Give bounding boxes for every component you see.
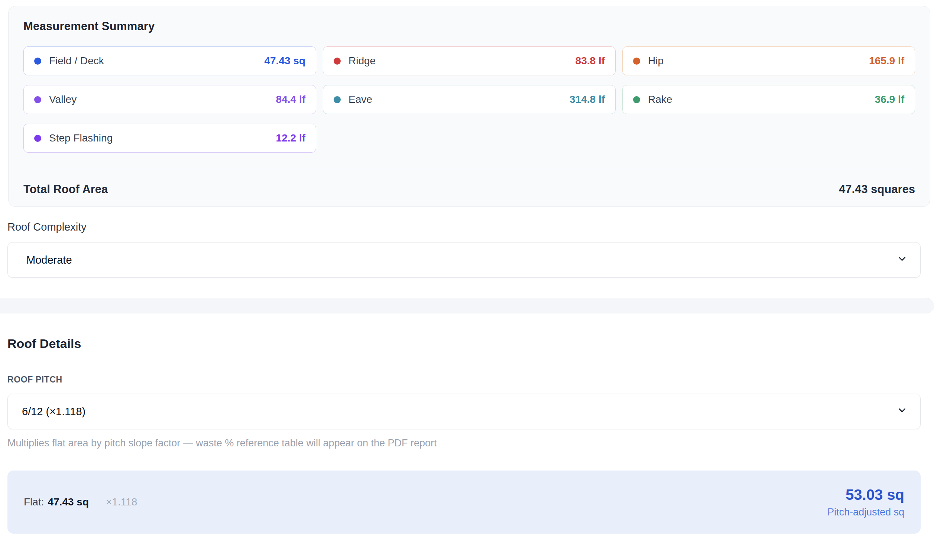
- hip-dot-icon: [633, 58, 640, 65]
- chip-label: Hip: [648, 55, 664, 67]
- chip-label: Ridge: [348, 55, 376, 67]
- flat-label: Flat:: [24, 496, 44, 508]
- chip-label: Rake: [648, 94, 672, 105]
- roof-pitch-select[interactable]: 6/12 (×1.118): [8, 394, 921, 429]
- measurement-summary-title: Measurement Summary: [23, 20, 915, 33]
- measurement-chip-valley: Valley 84.4 lf: [23, 85, 316, 114]
- pitch-calculation-panel: Flat: 47.43 sq ×1.118 53.03 sq Pitch-adj…: [8, 471, 921, 534]
- roof-details-title: Roof Details: [8, 337, 937, 351]
- measurement-chip-eave: Eave 314.8 lf: [323, 85, 616, 114]
- chip-value: 47.43 sq: [264, 55, 305, 67]
- roof-complexity-label: Roof Complexity: [8, 221, 937, 233]
- flat-value: 47.43 sq: [48, 496, 89, 508]
- pitch-adjusted-summary: 53.03 sq Pitch-adjusted sq: [828, 486, 904, 518]
- chip-label: Eave: [348, 94, 372, 105]
- pitch-factor: ×1.118: [106, 496, 137, 508]
- measurement-section: Measurement Summary Field / Deck 47.43 s…: [0, 6, 937, 298]
- measurement-chip-hip: Hip 165.9 lf: [622, 46, 915, 75]
- measurement-chip-step-flashing: Step Flashing 12.2 lf: [23, 124, 316, 152]
- chip-value: 83.8 lf: [575, 55, 605, 67]
- roof-complexity-select[interactable]: Moderate: [8, 242, 921, 278]
- field-deck-dot-icon: [34, 58, 41, 65]
- step-flashing-dot-icon: [34, 135, 41, 142]
- chevron-down-icon: [897, 405, 908, 418]
- pitch-adjusted-caption: Pitch-adjusted sq: [828, 506, 904, 518]
- pitch-helper-text: Multiplies flat area by pitch slope fact…: [8, 437, 937, 449]
- ridge-dot-icon: [334, 58, 341, 65]
- chip-label: Valley: [49, 94, 77, 105]
- eave-dot-icon: [334, 96, 341, 103]
- measurement-chip-field-deck: Field / Deck 47.43 sq: [23, 46, 316, 75]
- rake-dot-icon: [633, 96, 640, 103]
- chip-label: Step Flashing: [49, 132, 113, 144]
- chip-value: 12.2 lf: [276, 132, 305, 144]
- roof-pitch-label: ROOF PITCH: [8, 375, 937, 385]
- chip-value: 165.9 lf: [869, 55, 904, 67]
- measurement-chip-rake: Rake 36.9 lf: [622, 85, 915, 114]
- total-roof-area-label: Total Roof Area: [23, 183, 108, 196]
- chip-value: 84.4 lf: [276, 94, 305, 105]
- total-roof-area-row: Total Roof Area 47.43 squares: [23, 169, 915, 196]
- roof-complexity-selected-value: Moderate: [26, 254, 72, 266]
- chip-value: 36.9 lf: [875, 94, 904, 105]
- pitch-adjusted-value: 53.03 sq: [828, 486, 904, 503]
- chip-value: 314.8 lf: [570, 94, 605, 105]
- total-roof-area-value: 47.43 squares: [839, 183, 915, 196]
- roof-details-section: Roof Details ROOF PITCH 6/12 (×1.118) Mu…: [0, 337, 937, 546]
- valley-dot-icon: [34, 96, 41, 103]
- section-gap-band: [0, 298, 934, 314]
- roof-pitch-selected-value: 6/12 (×1.118): [22, 406, 85, 418]
- chip-label: Field / Deck: [49, 55, 104, 67]
- flat-area-summary: Flat: 47.43 sq ×1.118: [24, 496, 137, 508]
- measurement-summary-card: Measurement Summary Field / Deck 47.43 s…: [8, 6, 930, 207]
- measurement-chip-ridge: Ridge 83.8 lf: [323, 46, 616, 75]
- measurement-chips-grid: Field / Deck 47.43 sq Ridge 83.8 lf Hip …: [23, 46, 915, 152]
- chevron-down-icon: [897, 253, 908, 267]
